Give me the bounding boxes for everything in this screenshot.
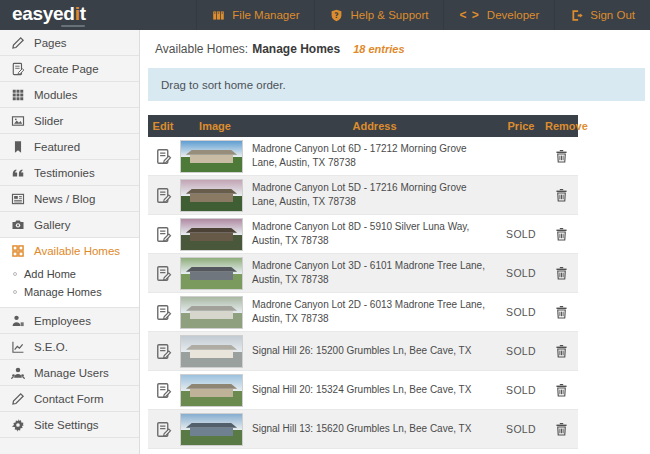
table-row[interactable]: Madrone Canyon Lot 8D - 5910 Silver Luna…: [148, 215, 578, 254]
logo-text-post: t: [80, 3, 86, 24]
breadcrumb-section: Available Homes:: [155, 42, 248, 56]
sidebar-item-news-blog[interactable]: News / Blog: [0, 186, 139, 212]
home-address: Signal Hill 20: 15324 Grumbles Ln, Bee C…: [252, 383, 497, 398]
sidebar-item-label: Gallery: [34, 219, 70, 231]
home-photo-thumbnail: [180, 257, 243, 290]
home-address: Madrone Canyon Lot 2D - 6013 Madrone Tre…: [252, 298, 497, 327]
sidebar-item-testimonies[interactable]: Testimonies: [0, 160, 139, 186]
easyedit-admin-window: easyedit File Manager Help & Support < >…: [0, 0, 650, 454]
remove-home-button[interactable]: [554, 148, 569, 164]
sidebar-item-site-settings[interactable]: Site Settings: [0, 412, 139, 438]
table-row[interactable]: Madrone Canyon Lot 2D - 6013 Madrone Tre…: [148, 293, 578, 332]
developer-button[interactable]: < > Developer: [443, 0, 554, 30]
home-price: SOLD: [497, 384, 545, 396]
sidebar-item-label: Pages: [34, 37, 67, 49]
edit-home-button[interactable]: [155, 343, 172, 360]
sidebar-item-label: Slider: [34, 115, 63, 127]
sidebar-subitem-add-home[interactable]: Add Home: [0, 265, 139, 283]
camera-icon: [11, 218, 25, 232]
sidebar-item-label: Site Settings: [34, 419, 99, 431]
edit-home-button[interactable]: [155, 226, 172, 243]
page-edit-icon: [155, 343, 172, 360]
logo-tagline-mark: [61, 25, 85, 27]
homes-grid-icon: [11, 244, 25, 258]
sidebar-item-pages[interactable]: Pages: [0, 30, 139, 56]
sign-out-button[interactable]: Sign Out: [554, 0, 650, 30]
column-header-address: Address: [252, 120, 497, 132]
homes-table: Edit Image Address Price Remove Madrone …: [148, 115, 578, 449]
sidebar-item-seo[interactable]: S.E.O.: [0, 334, 139, 360]
sidebar-item-label: Manage Users: [34, 367, 109, 379]
table-header-row: Edit Image Address Price Remove: [148, 115, 578, 137]
trash-icon: [554, 421, 569, 437]
image-icon: [11, 114, 25, 128]
table-row[interactable]: Madrone Canyon Lot 6D - 17212 Morning Gr…: [148, 137, 578, 176]
home-photo-thumbnail: [180, 218, 243, 251]
sidebar-item-manage-users[interactable]: Manage Users: [0, 360, 139, 386]
sidebar-item-employees[interactable]: Employees: [0, 308, 139, 334]
help-support-label: Help & Support: [350, 9, 428, 21]
sidebar-item-featured[interactable]: Featured: [0, 134, 139, 160]
sidebar-item-available-homes[interactable]: Available Homes: [0, 238, 139, 264]
home-price: SOLD: [497, 306, 545, 318]
home-photo-thumbnail: [180, 296, 243, 329]
edit-home-button[interactable]: [155, 187, 172, 204]
home-address: Madrone Canyon Lot 3D - 6101 Madrone Tre…: [252, 259, 497, 288]
edit-home-button[interactable]: [155, 265, 172, 282]
page-edit-icon: [155, 148, 172, 165]
table-row[interactable]: Madrone Canyon Lot 5D - 17216 Morning Gr…: [148, 176, 578, 215]
sidebar-item-contact-form[interactable]: Contact Form: [0, 386, 139, 412]
table-row[interactable]: Signal Hill 26: 15200 Grumbles Ln, Bee C…: [148, 332, 578, 371]
edit-home-button[interactable]: [155, 148, 172, 165]
person-icon: [11, 314, 25, 328]
main-content: Available Homes: Manage Homes 18 entries…: [141, 30, 650, 454]
sidebar-item-label: Create Page: [34, 63, 99, 75]
column-header-price: Price: [497, 120, 545, 132]
remove-home-button[interactable]: [554, 304, 569, 320]
remove-home-button[interactable]: [554, 187, 569, 203]
trash-icon: [554, 343, 569, 359]
home-price: SOLD: [497, 267, 545, 279]
remove-home-button[interactable]: [554, 265, 569, 281]
edit-home-button[interactable]: [155, 304, 172, 321]
file-manager-button[interactable]: File Manager: [196, 0, 314, 30]
table-row[interactable]: Signal Hill 20: 15324 Grumbles Ln, Bee C…: [148, 371, 578, 410]
breadcrumb: Available Homes: Manage Homes 18 entries: [141, 30, 650, 68]
home-price: SOLD: [497, 228, 545, 240]
sidebar-item-gallery[interactable]: Gallery: [0, 212, 139, 238]
trash-icon: [554, 148, 569, 164]
home-photo-thumbnail: [180, 374, 243, 407]
sidebar-subitem-manage-homes[interactable]: Manage Homes: [0, 283, 139, 301]
easyedit-logo[interactable]: easyedit: [12, 4, 86, 27]
users-icon: [11, 366, 25, 380]
shield-question-icon: [330, 9, 343, 22]
trash-icon: [554, 187, 569, 203]
developer-label: Developer: [487, 9, 539, 21]
available-homes-submenu: Add Home Manage Homes: [0, 264, 139, 308]
sign-out-icon: [570, 9, 583, 22]
sign-out-label: Sign Out: [590, 9, 635, 21]
line-chart-icon: [11, 340, 25, 354]
page-edit-icon: [155, 226, 172, 243]
remove-home-button[interactable]: [554, 382, 569, 398]
sidebar-item-create-page[interactable]: Create Page: [0, 56, 139, 82]
help-support-button[interactable]: Help & Support: [314, 0, 443, 30]
home-photo-thumbnail: [180, 179, 243, 212]
column-header-remove: Remove: [545, 120, 578, 132]
trash-icon: [554, 382, 569, 398]
file-manager-label: File Manager: [232, 9, 299, 21]
remove-home-button[interactable]: [554, 226, 569, 242]
remove-home-button[interactable]: [554, 343, 569, 359]
sidebar-item-slider[interactable]: Slider: [0, 108, 139, 134]
pencil-icon: [11, 36, 25, 50]
edit-home-button[interactable]: [155, 421, 172, 438]
page-edit-icon: [11, 62, 25, 76]
edit-home-button[interactable]: [155, 382, 172, 399]
table-row[interactable]: Madrone Canyon Lot 3D - 6101 Madrone Tre…: [148, 254, 578, 293]
trash-icon: [554, 304, 569, 320]
trash-icon: [554, 265, 569, 281]
table-row[interactable]: Signal Hill 13: 15620 Grumbles Ln, Bee C…: [148, 410, 578, 449]
remove-home-button[interactable]: [554, 421, 569, 437]
subitem-label: Add Home: [24, 268, 76, 280]
sidebar-item-modules[interactable]: Modules: [0, 82, 139, 108]
